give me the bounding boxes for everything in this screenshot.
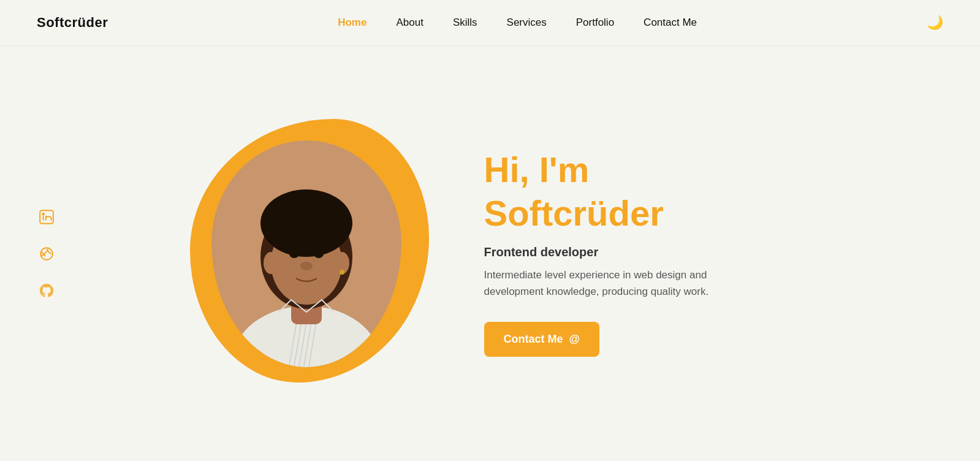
- svg-point-16: [300, 262, 313, 270]
- nav-link-contact[interactable]: Contact Me: [644, 17, 697, 28]
- hero-name: Softcrüder: [484, 194, 742, 233]
- social-sidebar: [37, 207, 56, 300]
- svg-point-2: [42, 213, 44, 215]
- contact-btn-icon: @: [569, 333, 580, 346]
- hero-text-section: Hi, I'm Softcrüder Frontend developer In…: [484, 150, 742, 357]
- nav-item-about[interactable]: About: [396, 17, 423, 29]
- nav-link-services[interactable]: Services: [507, 17, 547, 28]
- navbar: Softcrüder Home About Skills Services Po…: [0, 0, 980, 46]
- hero-description: Intermediate level experience in web des…: [484, 267, 717, 300]
- contact-btn-label: Contact Me: [504, 333, 563, 346]
- nav-item-portfolio[interactable]: Portfolio: [576, 17, 614, 29]
- github-icon[interactable]: [37, 281, 56, 300]
- hero-greeting: Hi, I'm: [484, 150, 742, 189]
- nav-link-about[interactable]: About: [396, 17, 423, 28]
- nav-item-services[interactable]: Services: [507, 17, 547, 29]
- brand-logo[interactable]: Softcrüder: [37, 15, 108, 31]
- svg-point-17: [264, 252, 278, 274]
- hero-section: Hi, I'm Softcrüder Frontend developer In…: [0, 46, 980, 461]
- nav-item-contact[interactable]: Contact Me: [644, 17, 697, 29]
- hero-role: Frontend developer: [484, 245, 742, 259]
- nav-item-home[interactable]: Home: [338, 17, 367, 29]
- contact-me-button[interactable]: Contact Me @: [484, 322, 600, 357]
- nav-item-skills[interactable]: Skills: [453, 17, 477, 29]
- nav-links: Home About Skills Services Portfolio Con…: [338, 17, 697, 29]
- nav-link-skills[interactable]: Skills: [453, 17, 477, 28]
- theme-toggle-icon[interactable]: 🌙: [927, 15, 943, 31]
- nav-link-portfolio[interactable]: Portfolio: [576, 17, 614, 28]
- svg-point-20: [260, 189, 352, 257]
- nav-link-home[interactable]: Home: [338, 17, 367, 28]
- hero-photo-section: [178, 113, 435, 395]
- linkedin-icon[interactable]: [37, 207, 56, 227]
- dribbble-icon[interactable]: [37, 244, 56, 264]
- svg-point-19: [340, 270, 344, 275]
